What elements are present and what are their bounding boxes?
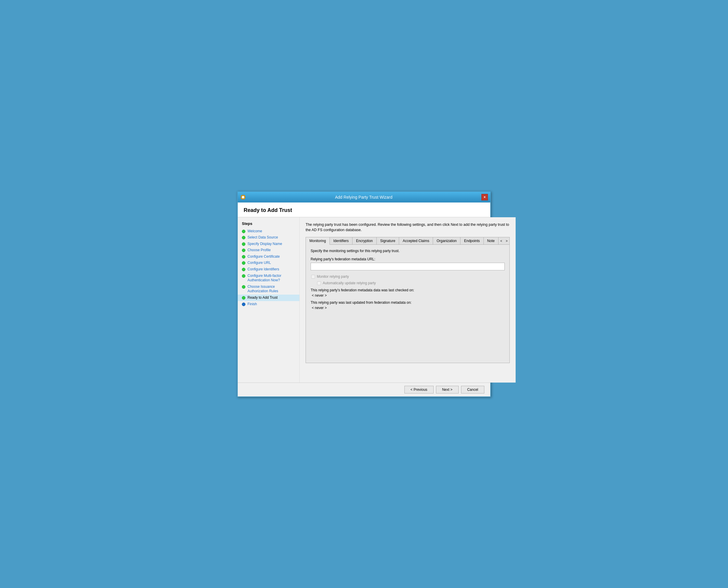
- tab-encryption[interactable]: Encryption: [353, 237, 377, 245]
- sidebar-title: Steps: [238, 222, 300, 228]
- tab-bar: Monitoring Identifiers Encryption Signat…: [306, 237, 509, 245]
- dot-select-data-source: [242, 236, 245, 239]
- sidebar-label-configure-identifiers: Configure Identifiers: [247, 267, 279, 272]
- close-button[interactable]: ×: [481, 194, 488, 201]
- sidebar-label-specify-display-name: Specify Display Name: [247, 242, 282, 247]
- app-icon: [240, 194, 246, 200]
- svg-point-1: [242, 196, 244, 198]
- dot-configure-multifactor: [242, 274, 245, 278]
- svg-rect-3: [243, 198, 243, 200]
- sidebar-item-ready-to-add[interactable]: Ready to Add Trust: [238, 295, 300, 301]
- sidebar-label-configure-certificate: Configure Certificate: [247, 254, 280, 259]
- footer: < Previous Next > Cancel: [238, 382, 490, 396]
- dot-configure-certificate: [242, 255, 245, 258]
- last-checked-value: < never >: [311, 293, 505, 297]
- dot-choose-profile: [242, 249, 245, 252]
- tab-content-monitoring: Specify the monitoring settings for this…: [306, 245, 509, 363]
- tab-notes[interactable]: Note: [484, 237, 499, 245]
- tab-scroll-right[interactable]: >: [504, 238, 509, 244]
- cancel-button[interactable]: Cancel: [461, 386, 484, 394]
- sidebar-item-configure-certificate[interactable]: Configure Certificate: [238, 254, 300, 260]
- sidebar-label-finish: Finish: [247, 302, 257, 307]
- sidebar-label-choose-issuance: Choose Issuance Authorization Rules: [247, 285, 295, 294]
- url-field-label: Relying party's federation metadata URL:: [311, 257, 505, 261]
- auto-update-checkbox-row: Automatically update relying party: [311, 281, 505, 285]
- auto-update-checkbox[interactable]: [317, 281, 321, 285]
- dot-specify-display-name: [242, 242, 245, 246]
- page-header: Ready to Add Trust: [238, 203, 490, 217]
- tab-identifiers[interactable]: Identifiers: [330, 237, 353, 245]
- dot-choose-issuance: [242, 285, 245, 289]
- sidebar-item-finish[interactable]: Finish: [238, 301, 300, 308]
- sidebar-item-configure-multifactor[interactable]: Configure Multi-factor Authentication No…: [238, 273, 300, 284]
- sidebar-item-select-data-source[interactable]: Select Data Source: [238, 234, 300, 241]
- svg-rect-5: [244, 197, 245, 197]
- sidebar-item-choose-profile[interactable]: Choose Profile: [238, 247, 300, 254]
- window-body: Steps Welcome Select Data Source Specify…: [238, 217, 490, 396]
- tab-monitoring[interactable]: Monitoring: [306, 237, 330, 245]
- sidebar-item-welcome[interactable]: Welcome: [238, 228, 300, 235]
- wizard-window: Add Relying Party Trust Wizard × Ready t…: [237, 191, 491, 397]
- last-updated-label: This relying party was last updated from…: [311, 300, 505, 304]
- title-bar: Add Relying Party Trust Wizard ×: [238, 192, 490, 203]
- previous-button[interactable]: < Previous: [404, 386, 434, 394]
- tab-organization[interactable]: Organization: [433, 237, 460, 245]
- last-checked-label: This relying party's federation metadata…: [311, 288, 505, 292]
- sidebar-label-ready-to-add: Ready to Add Trust: [247, 295, 278, 300]
- monitoring-description: Specify the monitoring settings for this…: [311, 249, 505, 253]
- sidebar: Steps Welcome Select Data Source Specify…: [238, 217, 300, 382]
- dot-configure-identifiers: [242, 268, 245, 271]
- title-bar-left: [240, 194, 246, 200]
- auto-update-checkbox-label: Automatically update relying party: [323, 281, 376, 285]
- sidebar-label-welcome: Welcome: [247, 229, 262, 234]
- monitor-checkbox-row: Monitor relying party: [311, 274, 505, 279]
- page-title: Ready to Add Trust: [244, 207, 484, 213]
- next-button[interactable]: Next >: [436, 386, 459, 394]
- dot-configure-url: [242, 261, 245, 265]
- sidebar-item-choose-issuance[interactable]: Choose Issuance Authorization Rules: [238, 284, 300, 295]
- tab-scroll-left[interactable]: <: [499, 238, 504, 244]
- svg-rect-4: [241, 197, 242, 197]
- tab-container: Monitoring Identifiers Encryption Signat…: [306, 237, 510, 363]
- sidebar-item-configure-url[interactable]: Configure URL: [238, 260, 300, 266]
- tab-signature[interactable]: Signature: [377, 237, 399, 245]
- page-description: The relying party trust has been configu…: [306, 222, 510, 233]
- content-area: Steps Welcome Select Data Source Specify…: [238, 217, 490, 382]
- sidebar-label-select-data-source: Select Data Source: [247, 235, 278, 240]
- tab-accepted-claims[interactable]: Accepted Claims: [399, 237, 433, 245]
- sidebar-label-configure-url: Configure URL: [247, 261, 271, 265]
- sidebar-label-choose-profile: Choose Profile: [247, 248, 271, 253]
- dot-ready-to-add: [242, 296, 245, 300]
- dot-finish: [242, 302, 245, 306]
- dot-welcome: [242, 230, 245, 233]
- monitor-checkbox-label: Monitor relying party: [317, 274, 349, 279]
- last-updated-value: < never >: [311, 306, 505, 310]
- sidebar-label-configure-multifactor: Configure Multi-factor Authentication No…: [247, 274, 295, 283]
- window-title: Add Relying Party Trust Wizard: [246, 195, 481, 200]
- sidebar-item-specify-display-name[interactable]: Specify Display Name: [238, 241, 300, 247]
- sidebar-item-configure-identifiers[interactable]: Configure Identifiers: [238, 266, 300, 273]
- main-content: The relying party trust has been configu…: [300, 217, 515, 382]
- metadata-url-input[interactable]: [311, 263, 505, 270]
- monitor-checkbox[interactable]: [311, 275, 315, 279]
- svg-rect-2: [243, 195, 243, 196]
- tab-endpoints[interactable]: Endpoints: [460, 237, 483, 245]
